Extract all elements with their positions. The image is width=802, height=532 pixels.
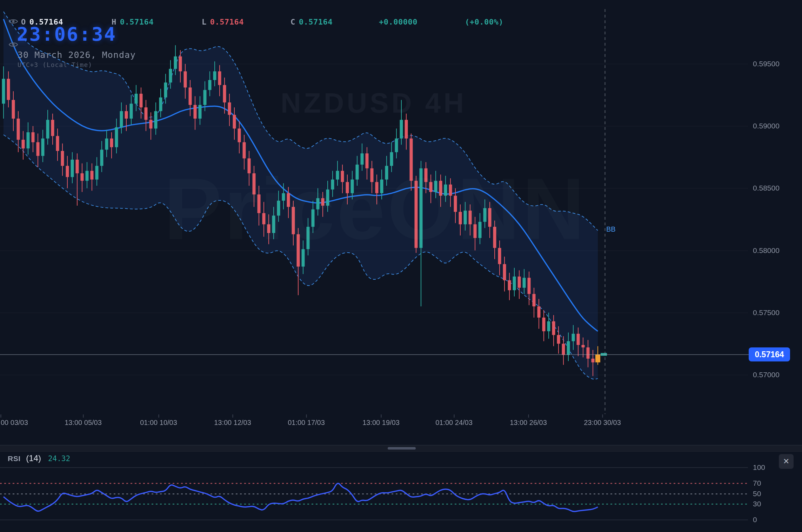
- price-tick-label: 0.58500: [753, 184, 780, 192]
- ohlc-close: C0.57164: [290, 18, 333, 26]
- low-value: 0.57164: [210, 18, 244, 26]
- chart-canvas[interactable]: [0, 0, 802, 532]
- price-tick-label: 0.58000: [753, 246, 780, 255]
- time-tick-label: 01:00 24/03: [435, 419, 473, 427]
- change-absolute: +0.00000: [379, 18, 417, 26]
- rsi-tick-label: 70: [753, 479, 761, 487]
- time-tick-label: 00 03/03: [1, 419, 28, 427]
- date-label: 30 March 2026, Monday: [18, 50, 136, 60]
- rsi-close-button[interactable]: ✕: [779, 454, 794, 469]
- pane-drag-handle[interactable]: [388, 447, 416, 450]
- time-tick-label: 01:00 10/03: [140, 419, 177, 427]
- time-tick-label: 13:00 19/03: [362, 419, 400, 427]
- rsi-title[interactable]: RSI: [8, 454, 21, 463]
- price-tick-label: 0.59500: [753, 60, 780, 68]
- local-clock: 23:06:34: [17, 23, 116, 45]
- time-tick-label: 23:00 30/03: [584, 419, 621, 427]
- bollinger-band-label: BB: [606, 225, 616, 233]
- time-tick-label: 13:00 12/03: [214, 419, 251, 427]
- close-value: 0.57164: [299, 18, 333, 26]
- time-tick-label: 01:00 17/03: [288, 419, 325, 427]
- low-label: L: [202, 18, 207, 26]
- rsi-tick-label: 0: [753, 516, 757, 524]
- watermark-brand: PriceONN: [0, 159, 751, 259]
- time-tick-label: 13:00 26/03: [510, 419, 547, 427]
- close-icon: ✕: [783, 457, 789, 466]
- price-tick-label: 0.59000: [753, 122, 780, 130]
- watermark-symbol: NZDUSD 4H: [0, 87, 747, 119]
- rsi-header: RSI (14) 24.32: [8, 453, 70, 463]
- ohlc-high: H0.57164: [112, 18, 154, 26]
- rsi-current-value: 24.32: [48, 454, 70, 463]
- trading-chart-app: NZDUSD 4H PriceONN O0.57164 H0.57164 L0.…: [0, 0, 802, 532]
- close-label: C: [290, 18, 295, 26]
- rsi-period: (14): [26, 453, 41, 463]
- high-value: 0.57164: [120, 18, 154, 26]
- price-tick-label: 0.57000: [753, 371, 780, 379]
- rsi-tick-label: 100: [753, 463, 765, 472]
- rsi-tick-label: 30: [753, 500, 761, 508]
- ohlc-low: L0.57164: [202, 18, 244, 26]
- rsi-tick-label: 50: [753, 490, 761, 498]
- timezone-label: UTC+3 (Local Time): [18, 61, 92, 68]
- time-axis[interactable]: [0, 415, 802, 435]
- time-tick-label: 13:00 05/03: [65, 419, 102, 427]
- price-tick-label: 0.57500: [753, 308, 780, 317]
- change-percent: (+0.00%): [465, 18, 503, 26]
